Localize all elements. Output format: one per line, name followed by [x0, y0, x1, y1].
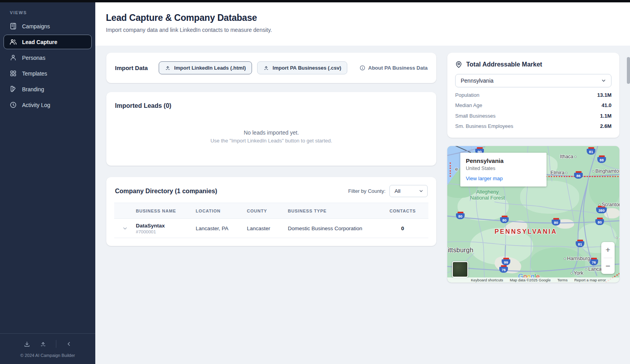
sidebar-item-campaigns[interactable]: Campaigns — [4, 19, 92, 33]
map-info-window: Pennsylvania United States View larger m… — [460, 153, 547, 187]
sidebar-footer: © 2024 AI Campaign Builder — [0, 333, 95, 364]
sidebar-item-label: Activity Log — [22, 102, 50, 108]
sidebar: VIEWS Campaigns Lead Capture Personas Te… — [0, 2, 95, 364]
city-marker-dot — [564, 258, 566, 260]
sidebar-item-activity-log[interactable]: Activity Log — [4, 98, 92, 112]
stat-row-population: Population 13.1M — [455, 92, 611, 98]
swatch-icon — [9, 85, 17, 93]
keyboard-shortcuts-link[interactable]: Keyboard shortcuts — [471, 278, 503, 282]
business-type: Domestic Business Corporation — [288, 225, 377, 231]
stat-label: Small Businesses — [455, 113, 496, 119]
filter-by-county-label: Filter by County: — [348, 188, 385, 194]
state-select[interactable]: Pennsylvania — [455, 74, 611, 87]
county-filter-value: All — [395, 188, 400, 194]
stat-label: Median Age — [455, 102, 482, 108]
zoom-in-button[interactable]: + — [601, 242, 615, 258]
page-header: Lead Capture & Company Database Import c… — [95, 2, 630, 46]
sidebar-item-label: Campaigns — [22, 23, 50, 30]
stat-row-median-age: Median Age 41.0 — [455, 102, 611, 108]
sidebar-item-label: Branding — [22, 86, 44, 92]
import-pa-businesses-label: Import PA Businesses (.csv) — [272, 65, 341, 71]
sidebar-item-lead-capture[interactable]: Lead Capture — [4, 35, 92, 49]
terms-link[interactable]: Terms — [558, 278, 568, 282]
stat-value: 1.1M — [600, 113, 611, 119]
sidebar-item-label: Personas — [22, 55, 45, 61]
row-expand-chevron-icon[interactable] — [114, 225, 136, 231]
table-header-row: BUSINESS NAME LOCATION COUNTY BUSINESS T… — [114, 203, 428, 219]
company-directory-title: Company Directory (1 companies) — [115, 188, 217, 195]
table-row[interactable]: DataSyntax #7000001 Lancaster, PA Lancas… — [114, 219, 428, 238]
info-icon — [359, 65, 365, 71]
sidebar-section-label: VIEWS — [10, 10, 95, 15]
stat-label: Sm. Business Employees — [455, 123, 513, 129]
grid-icon — [9, 70, 17, 77]
google-map-embed[interactable]: 908188863808080808081997676IthacaElmiraB… — [447, 146, 619, 283]
import-pa-businesses-button[interactable]: Import PA Businesses (.csv) — [257, 61, 347, 74]
imported-leads-title: Imported Leads (0) — [115, 102, 171, 109]
col-contacts: CONTACTS — [377, 209, 428, 213]
interstate-shield-99: 99 — [502, 258, 510, 265]
sidebar-item-label: Templates — [22, 70, 47, 77]
map-zoom-control: + − — [601, 242, 615, 274]
stat-row-sm-business-employees: Sm. Business Employees 2.6M — [455, 123, 611, 129]
map-city-york: York — [571, 270, 584, 276]
city-marker-dot — [565, 172, 567, 174]
interstate-shield-88: 88 — [597, 155, 606, 163]
business-name: DataSyntax — [136, 223, 196, 229]
business-id: #7000001 — [136, 229, 196, 234]
upload-icon[interactable] — [40, 341, 46, 347]
city-marker-dot — [592, 170, 594, 172]
total-addressable-market-card: Total Addressable Market Pennsylvania Po… — [447, 53, 619, 138]
company-directory-card: Company Directory (1 companies) Filter b… — [106, 177, 436, 246]
download-icon[interactable] — [24, 341, 30, 347]
map-pin-icon — [455, 61, 462, 68]
city-marker-dot — [585, 268, 587, 270]
book-icon — [9, 22, 17, 30]
map-city-scranton: Scranton — [598, 202, 619, 207]
collapse-chevron-left-icon[interactable] — [66, 341, 72, 347]
main-content: Import Data Import LinkedIn Leads (.html… — [95, 46, 630, 364]
col-business-type: BUSINESS TYPE — [288, 209, 377, 213]
about-pa-business-data-link[interactable]: About PA Business Data — [359, 65, 428, 71]
map-city-e: e — [455, 166, 458, 172]
interstate-shield-86: 86 — [574, 171, 583, 179]
interstate-shield-76: 76 — [499, 265, 508, 273]
tam-title: Total Addressable Market — [466, 61, 542, 68]
report-map-error-link[interactable]: Report a map error — [574, 278, 606, 282]
clock-icon — [9, 101, 17, 109]
sidebar-item-label: Lead Capture — [22, 39, 57, 45]
interstate-shield-80: 80 — [595, 218, 604, 225]
map-city-ithaca: Ithaca — [560, 154, 576, 159]
interstate-shield-80: 80 — [552, 218, 560, 225]
county-filter-select[interactable]: All — [389, 185, 428, 197]
interstate-shield-80: 80 — [456, 212, 465, 219]
import-linkedin-leads-button[interactable]: Import LinkedIn Leads (.html) — [159, 61, 252, 74]
business-county: Lancaster — [247, 225, 288, 231]
zoom-out-button[interactable]: − — [601, 258, 615, 274]
map-city-harrisburg: Harrisburg — [564, 256, 590, 261]
sidebar-item-personas[interactable]: Personas — [4, 50, 92, 65]
view-larger-map-link[interactable]: View larger map — [466, 176, 541, 181]
page-title: Lead Capture & Company Database — [106, 13, 257, 23]
footer-divider — [56, 340, 56, 348]
satellite-layer-toggle[interactable] — [452, 261, 468, 277]
allegheny-national-forest-label: AlleghenyNational Forest — [462, 189, 513, 201]
page-scrollbar-thumb[interactable] — [627, 57, 630, 84]
map-city-pittsburgh: Pittsburgh — [447, 246, 473, 254]
empty-state-hint: Use the "Import LinkedIn Leads" button t… — [106, 138, 436, 144]
stat-label: Population — [455, 92, 479, 98]
map-attribution-bar: Keyboard shortcuts Map data ©2025 Google… — [447, 277, 619, 283]
map-city-binghamton: Binghamton — [592, 168, 619, 174]
about-link-label: About PA Business Data — [368, 65, 428, 71]
sidebar-item-templates[interactable]: Templates — [4, 66, 92, 81]
interstate-shield-76: 76 — [589, 258, 598, 265]
stat-value: 2.6M — [600, 123, 611, 129]
company-table: BUSINESS NAME LOCATION COUNTY BUSINESS T… — [114, 203, 428, 238]
sidebar-item-branding[interactable]: Branding — [4, 82, 92, 96]
stat-row-small-businesses: Small Businesses 1.1M — [455, 113, 611, 119]
interstate-shield-80: 80 — [500, 216, 509, 223]
city-marker-dot — [571, 272, 573, 274]
state-select-value: Pennsylvania — [461, 78, 493, 84]
interstate-shield-81: 81 — [576, 240, 584, 247]
import-linkedin-leads-label: Import LinkedIn Leads (.html) — [174, 65, 246, 71]
